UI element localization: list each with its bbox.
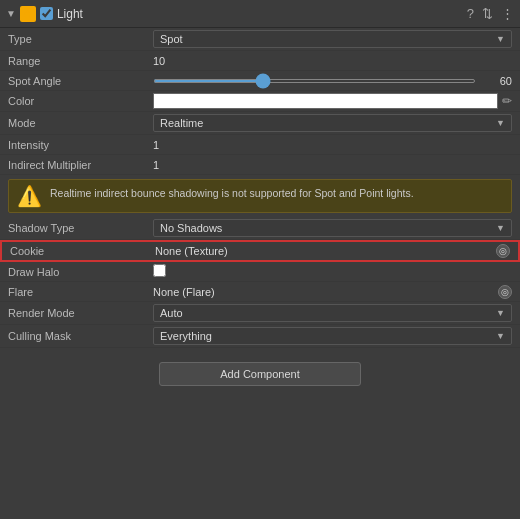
culling-mask-dropdown-wrapper: Everything ▼ bbox=[153, 327, 512, 345]
mode-dropdown-wrapper: Realtime ▼ bbox=[153, 114, 512, 132]
render-mode-value: Auto bbox=[160, 307, 183, 319]
cookie-value: None (Texture) bbox=[155, 245, 228, 257]
svg-marker-0 bbox=[23, 9, 32, 18]
spot-angle-slider[interactable] bbox=[153, 79, 476, 83]
indirect-multiplier-property: Indirect Multiplier 1 bbox=[0, 155, 520, 175]
range-value[interactable]: 10 bbox=[153, 55, 512, 67]
render-mode-dropdown-wrapper: Auto ▼ bbox=[153, 304, 512, 322]
component-enabled-checkbox[interactable] bbox=[40, 7, 53, 20]
mode-property: Mode Realtime ▼ bbox=[0, 112, 520, 135]
spot-angle-slider-row: 60 bbox=[153, 75, 512, 87]
overflow-icon[interactable]: ⋮ bbox=[501, 6, 514, 21]
mode-dropdown-value: Realtime bbox=[160, 117, 203, 129]
culling-mask-property: Culling Mask Everything ▼ bbox=[0, 325, 520, 348]
culling-mask-dropdown[interactable]: Everything ▼ bbox=[153, 327, 512, 345]
shadow-type-property: Shadow Type No Shadows ▼ bbox=[0, 217, 520, 240]
draw-halo-checkbox[interactable] bbox=[153, 264, 166, 277]
render-mode-label: Render Mode bbox=[8, 307, 153, 319]
mode-dropdown[interactable]: Realtime ▼ bbox=[153, 114, 512, 132]
color-label: Color bbox=[8, 95, 153, 107]
eyedropper-icon[interactable]: ✏ bbox=[502, 94, 512, 108]
shadow-type-arrow: ▼ bbox=[496, 223, 505, 233]
shadow-type-label: Shadow Type bbox=[8, 222, 153, 234]
mode-dropdown-arrow: ▼ bbox=[496, 118, 505, 128]
culling-mask-label: Culling Mask bbox=[8, 330, 153, 342]
component-title: Light bbox=[57, 7, 463, 21]
draw-halo-property: Draw Halo bbox=[0, 262, 520, 282]
inspector-content: Type Spot ▼ Range 10 Spot Angle 60 bbox=[0, 28, 520, 396]
cookie-label: Cookie bbox=[10, 245, 155, 257]
culling-mask-arrow: ▼ bbox=[496, 331, 505, 341]
add-component-button[interactable]: Add Component bbox=[159, 362, 361, 386]
indirect-value[interactable]: 1 bbox=[153, 159, 512, 171]
type-dropdown-value: Spot bbox=[160, 33, 183, 45]
warning-text: Realtime indirect bounce shadowing is no… bbox=[50, 186, 414, 201]
mode-label: Mode bbox=[8, 117, 153, 129]
draw-halo-label: Draw Halo bbox=[8, 266, 153, 278]
color-swatch[interactable] bbox=[153, 93, 498, 109]
cookie-select-btn[interactable]: ◎ bbox=[496, 244, 510, 258]
intensity-property: Intensity 1 bbox=[0, 135, 520, 155]
type-dropdown[interactable]: Spot ▼ bbox=[153, 30, 512, 48]
settings-icon[interactable]: ⇅ bbox=[482, 6, 493, 21]
flare-select-btn[interactable]: ◎ bbox=[498, 285, 512, 299]
indirect-label: Indirect Multiplier bbox=[8, 159, 153, 171]
flare-label: Flare bbox=[8, 286, 153, 298]
intensity-value[interactable]: 1 bbox=[153, 139, 512, 151]
collapse-arrow[interactable]: ▼ bbox=[6, 8, 16, 19]
spot-angle-number[interactable]: 60 bbox=[482, 75, 512, 87]
warning-icon: ⚠️ bbox=[17, 186, 42, 206]
spot-angle-label: Spot Angle bbox=[8, 75, 153, 87]
color-field: ✏ bbox=[153, 93, 512, 109]
add-component-row: Add Component bbox=[0, 352, 520, 396]
culling-mask-value: Everything bbox=[160, 330, 212, 342]
render-mode-arrow: ▼ bbox=[496, 308, 505, 318]
spot-angle-property: Spot Angle 60 bbox=[0, 71, 520, 91]
type-dropdown-arrow: ▼ bbox=[496, 34, 505, 44]
flare-value-wrapper: None (Flare) ◎ bbox=[153, 285, 512, 299]
type-label: Type bbox=[8, 33, 153, 45]
shadow-type-dropdown-wrapper: No Shadows ▼ bbox=[153, 219, 512, 237]
color-value-wrapper: ✏ bbox=[153, 93, 512, 109]
color-property: Color ✏ bbox=[0, 91, 520, 112]
light-inspector: ▼ Light ? ⇅ ⋮ Type Spot ▼ Ran bbox=[0, 0, 520, 396]
cookie-value-wrapper: None (Texture) ◎ bbox=[155, 244, 510, 258]
flare-value: None (Flare) bbox=[153, 286, 215, 298]
cookie-property: Cookie None (Texture) ◎ bbox=[0, 240, 520, 262]
draw-halo-value bbox=[153, 264, 512, 279]
warning-box: ⚠️ Realtime indirect bounce shadowing is… bbox=[8, 179, 512, 213]
flare-property: Flare None (Flare) ◎ bbox=[0, 282, 520, 302]
header-actions: ? ⇅ ⋮ bbox=[467, 6, 514, 21]
shadow-type-value: No Shadows bbox=[160, 222, 222, 234]
type-property: Type Spot ▼ bbox=[0, 28, 520, 51]
shadow-type-dropdown[interactable]: No Shadows ▼ bbox=[153, 219, 512, 237]
light-icon bbox=[20, 6, 36, 22]
render-mode-dropdown[interactable]: Auto ▼ bbox=[153, 304, 512, 322]
type-dropdown-wrapper: Spot ▼ bbox=[153, 30, 512, 48]
range-property: Range 10 bbox=[0, 51, 520, 71]
help-icon[interactable]: ? bbox=[467, 6, 474, 21]
intensity-label: Intensity bbox=[8, 139, 153, 151]
render-mode-property: Render Mode Auto ▼ bbox=[0, 302, 520, 325]
component-header: ▼ Light ? ⇅ ⋮ bbox=[0, 0, 520, 28]
range-label: Range bbox=[8, 55, 153, 67]
spot-angle-value-wrapper: 60 bbox=[153, 75, 512, 87]
